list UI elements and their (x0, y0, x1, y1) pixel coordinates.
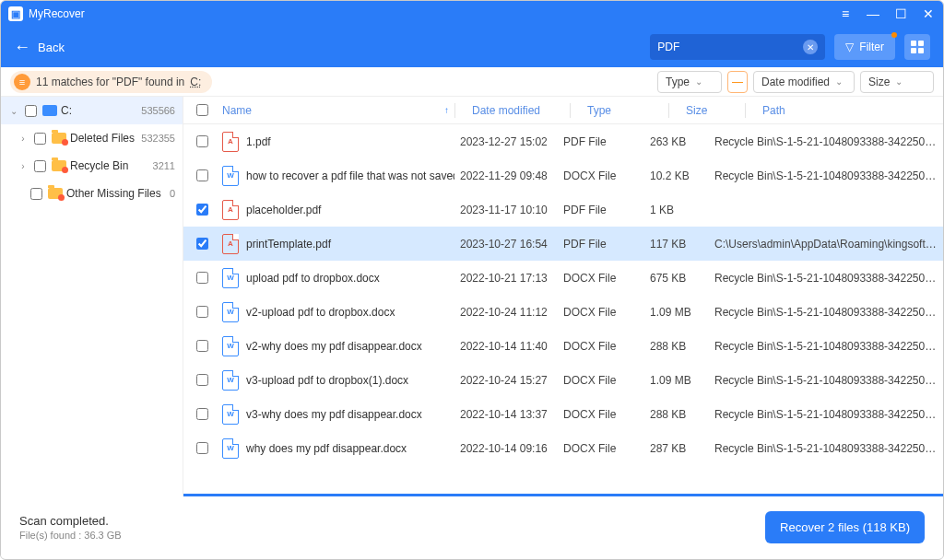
menu-icon[interactable]: ≡ (838, 6, 853, 21)
close-icon[interactable]: ✕ (921, 6, 936, 21)
file-date: 2023-12-27 15:02 (454, 135, 558, 148)
main-area: ⌄ C: 535566 › Deleted Files 532355 › Rec… (1, 97, 943, 496)
sort-direction-button[interactable]: — (727, 71, 748, 93)
file-type: PDF File (558, 204, 644, 216)
app-title: MyRecover (29, 7, 85, 20)
row-checkbox[interactable] (196, 442, 208, 454)
file-date: 2022-10-21 17:13 (454, 272, 558, 285)
file-path: Recycle Bin\S-1-5-21-1048093388-34225081… (709, 340, 943, 353)
chevron-down-icon: ⌄ (695, 76, 702, 87)
row-checkbox[interactable] (196, 374, 208, 386)
file-size: 1.09 MB (644, 306, 709, 319)
table-row[interactable]: Wv3-why does my pdf disappear.docx2022-1… (183, 397, 943, 431)
title-bar: ▣ MyRecover ≡ — ☐ ✕ (1, 1, 943, 27)
folder-icon (48, 188, 63, 199)
file-name: v2-why does my pdf disappear.docx (246, 340, 422, 353)
file-type: DOCX File (558, 374, 644, 387)
folder-icon (52, 160, 66, 171)
match-count-pill: ≡ 11 matches for "PDF" found in C: (10, 71, 212, 93)
row-checkbox[interactable] (196, 238, 208, 250)
row-checkbox[interactable] (196, 306, 208, 318)
row-checkbox[interactable] (196, 272, 208, 284)
pdf-file-icon: A (222, 234, 239, 254)
pdf-file-icon: A (222, 200, 239, 220)
tree-item-missing[interactable]: Other Missing Files 0 (1, 180, 183, 207)
file-date: 2022-10-14 09:16 (454, 442, 558, 455)
row-checkbox[interactable] (196, 408, 208, 420)
select-all-checkbox[interactable] (196, 104, 208, 116)
back-button[interactable]: ← Back (14, 38, 65, 57)
col-type[interactable]: Type (582, 104, 668, 117)
file-name: placeholder.pdf (246, 204, 321, 216)
file-type: DOCX File (558, 408, 644, 421)
expand-icon[interactable]: › (18, 134, 29, 144)
scan-status: Scan completed. (19, 514, 122, 528)
row-checkbox[interactable] (196, 204, 208, 216)
sidebar: ⌄ C: 535566 › Deleted Files 532355 › Rec… (1, 97, 183, 496)
file-size: 117 KB (644, 238, 709, 251)
list-icon: ≡ (14, 74, 30, 90)
search-input[interactable]: PDF ✕ (650, 34, 825, 60)
table-row[interactable]: Wwhy does my pdf disappear.docx2022-10-1… (183, 431, 943, 465)
file-date: 2022-10-14 11:40 (454, 340, 558, 353)
filter-button[interactable]: ▽ Filter (834, 34, 895, 60)
search-value: PDF (657, 41, 679, 53)
file-date: 2023-10-27 16:54 (454, 238, 558, 251)
table-row[interactable]: Wupload pdf to dropbox.docx2022-10-21 17… (183, 261, 943, 295)
tree-item-deleted[interactable]: › Deleted Files 532355 (1, 124, 183, 152)
table-row[interactable]: Wv2-upload pdf to dropbox.docx2022-10-24… (183, 295, 943, 329)
tree-checkbox[interactable] (34, 160, 46, 172)
date-dropdown[interactable]: Date modified⌄ (753, 71, 855, 93)
size-dropdown[interactable]: Size⌄ (860, 71, 934, 93)
row-checkbox[interactable] (196, 340, 208, 352)
footer: Scan completed. File(s) found : 36.3 GB … (1, 496, 943, 558)
file-date: 2023-11-17 10:10 (454, 204, 558, 216)
docx-file-icon: W (222, 268, 239, 288)
table-row[interactable]: AprintTemplate.pdf2023-10-27 16:54PDF Fi… (183, 227, 943, 261)
col-date[interactable]: Date modified (466, 104, 570, 117)
tree-checkbox[interactable] (34, 133, 46, 145)
match-drive[interactable]: C: (190, 76, 201, 88)
docx-file-icon: W (222, 336, 239, 356)
tree-root-checkbox[interactable] (25, 105, 37, 117)
toolbar: ← Back PDF ✕ ▽ Filter (1, 27, 943, 67)
file-name: how to recover a pdf file that was not s… (246, 169, 454, 182)
table-row[interactable]: Whow to recover a pdf file that was not … (183, 158, 943, 192)
tree-checkbox[interactable] (30, 188, 42, 200)
collapse-icon[interactable]: ⌄ (8, 106, 19, 116)
tree-item-recycle[interactable]: › Recycle Bin 3211 (1, 152, 183, 180)
docx-file-icon: W (222, 166, 239, 186)
file-list: Name↑ Date modified Type Size Path A1.pd… (183, 97, 943, 496)
file-size: 1 KB (644, 204, 709, 216)
file-size: 288 KB (644, 408, 709, 421)
expand-icon[interactable]: › (18, 161, 29, 171)
column-headers: Name↑ Date modified Type Size Path (183, 97, 943, 124)
file-path: Recycle Bin\S-1-5-21-1048093388-34225081… (709, 374, 943, 387)
file-path: Recycle Bin\S-1-5-21-1048093388-34225081… (709, 306, 943, 319)
col-size[interactable]: Size (680, 104, 745, 117)
maximize-icon[interactable]: ☐ (893, 6, 908, 21)
tree-root[interactable]: ⌄ C: 535566 (1, 97, 183, 124)
type-dropdown[interactable]: Type⌄ (657, 71, 722, 93)
table-row[interactable]: A1.pdf2023-12-27 15:02PDF File263 KBRecy… (183, 124, 943, 158)
table-row[interactable]: Wv2-why does my pdf disappear.docx2022-1… (183, 329, 943, 363)
info-bar: ≡ 11 matches for "PDF" found in C: Type⌄… (1, 67, 943, 97)
col-name[interactable]: Name↑ (217, 104, 454, 117)
col-path[interactable]: Path (757, 104, 943, 117)
minimize-icon[interactable]: — (866, 6, 880, 21)
file-type: DOCX File (558, 340, 644, 353)
recover-button[interactable]: Recover 2 files (118 KB) (765, 511, 925, 543)
file-path: Recycle Bin\S-1-5-21-1048093388-34225081… (709, 408, 943, 421)
file-type: PDF File (558, 135, 644, 148)
row-checkbox[interactable] (196, 169, 208, 181)
table-row[interactable]: Aplaceholder.pdf2023-11-17 10:10PDF File… (183, 192, 943, 227)
table-row[interactable]: Wv3-upload pdf to dropbox(1).docx2022-10… (183, 363, 943, 397)
clear-search-icon[interactable]: ✕ (803, 40, 818, 54)
row-checkbox[interactable] (196, 135, 208, 147)
file-name: why does my pdf disappear.docx (246, 442, 407, 455)
file-path: Recycle Bin\S-1-5-21-1048093388-34225081… (709, 135, 943, 148)
file-path: Recycle Bin\S-1-5-21-1048093388-34225081… (709, 442, 943, 455)
file-size: 1.09 MB (644, 374, 709, 387)
view-grid-button[interactable] (904, 34, 930, 60)
file-type: DOCX File (558, 169, 644, 182)
